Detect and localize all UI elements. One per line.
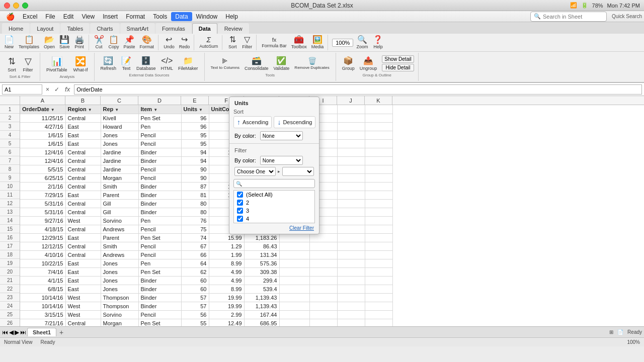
cell-B2[interactable]: Central: [65, 114, 101, 122]
row-header-22[interactable]: 22: [0, 285, 20, 293]
cell-A15[interactable]: 4/18/15: [20, 225, 65, 233]
cell-E5[interactable]: 95: [181, 139, 209, 148]
cell-C20[interactable]: Jones: [101, 267, 138, 276]
cell-J9[interactable]: [337, 173, 365, 182]
cell-B14[interactable]: West: [65, 216, 101, 225]
media-button[interactable]: 🖼️Media: [309, 35, 326, 50]
row-header-23[interactable]: 23: [0, 293, 20, 302]
pivottable-button[interactable]: 📊 PivotTable: [44, 55, 69, 73]
cell-G16[interactable]: 1,183.26: [244, 233, 279, 242]
show-detail-button[interactable]: Show Detail: [382, 55, 414, 63]
cell-H16[interactable]: [279, 233, 309, 242]
filter-by-color-select[interactable]: None: [260, 156, 303, 165]
row-header-20[interactable]: 20: [0, 267, 20, 276]
cell-C10[interactable]: Smith: [101, 182, 138, 191]
cell-E23[interactable]: 57: [181, 293, 209, 302]
cell-B5[interactable]: East: [65, 139, 101, 148]
cell-A20[interactable]: 7/4/16: [20, 267, 65, 276]
tab-layout[interactable]: Layout: [30, 23, 60, 34]
cell-E13[interactable]: 80: [181, 208, 209, 216]
save-button[interactable]: 💾Save: [57, 35, 72, 50]
menu-help[interactable]: Help: [221, 12, 242, 21]
filter-search-input[interactable]: [242, 181, 312, 187]
close-button[interactable]: [4, 3, 10, 9]
html-button[interactable]: </>HTML: [159, 55, 176, 72]
row-header-5[interactable]: 5: [0, 139, 20, 148]
paste-button[interactable]: 📌Paste: [122, 35, 137, 50]
cell-A23[interactable]: 10/14/16: [20, 293, 65, 302]
cell-H26[interactable]: [279, 319, 309, 326]
cell-J20[interactable]: [337, 267, 365, 276]
cell-J1[interactable]: [337, 105, 365, 114]
cell-K20[interactable]: [365, 267, 392, 276]
cell-A22[interactable]: 6/8/15: [20, 285, 65, 293]
cell-D2[interactable]: Pen Set: [138, 114, 181, 122]
remove-duplicates-button[interactable]: 🗑️Remove Duplicates: [292, 56, 331, 71]
cell-A10[interactable]: 2/1/16: [20, 182, 65, 191]
cell-K3[interactable]: [365, 122, 392, 131]
filter-item-3[interactable]: 3: [234, 207, 314, 215]
cell-B3[interactable]: East: [65, 122, 101, 131]
cell-A1[interactable]: OrderDate ▼: [20, 105, 65, 114]
menu-data[interactable]: Data: [171, 12, 192, 21]
cell-C15[interactable]: Andrews: [101, 225, 138, 233]
cell-K18[interactable]: [365, 250, 392, 259]
cell-I26[interactable]: [309, 319, 337, 326]
cell-D22[interactable]: Binder: [138, 285, 181, 293]
cell-A4[interactable]: 1/6/15: [20, 131, 65, 139]
cell-H23[interactable]: [279, 293, 309, 302]
cell-B18[interactable]: Central: [65, 250, 101, 259]
menu-format[interactable]: Format: [122, 12, 149, 21]
cell-A13[interactable]: 5/31/16: [20, 208, 65, 216]
cell-C16[interactable]: Parent: [101, 233, 138, 242]
cell-B8[interactable]: Central: [65, 165, 101, 173]
row-header-8[interactable]: 8: [0, 165, 20, 173]
cell-H17[interactable]: [279, 242, 309, 250]
cell-I21[interactable]: [309, 276, 337, 285]
cell-E24[interactable]: 57: [181, 302, 209, 310]
cell-H25[interactable]: [279, 310, 309, 319]
cell-K7[interactable]: [365, 156, 392, 165]
tab-review[interactable]: Review: [218, 23, 249, 34]
col-header-c[interactable]: C: [101, 96, 138, 105]
cell-E14[interactable]: 76: [181, 216, 209, 225]
confirm-formula-btn[interactable]: ✓: [53, 86, 61, 93]
cell-K26[interactable]: [365, 319, 392, 326]
refresh-button[interactable]: 🔄Refresh: [99, 55, 119, 72]
cell-A18[interactable]: 4/10/16: [20, 250, 65, 259]
cell-H18[interactable]: [279, 250, 309, 259]
cell-A25[interactable]: 3/15/15: [20, 310, 65, 319]
cell-K10[interactable]: [365, 182, 392, 191]
cell-E2[interactable]: 96: [181, 114, 209, 122]
cell-E16[interactable]: 74: [181, 233, 209, 242]
cell-G22[interactable]: 539.4: [244, 285, 279, 293]
cell-B22[interactable]: East: [65, 285, 101, 293]
cell-F22[interactable]: 8.99: [209, 285, 244, 293]
cell-J7[interactable]: [337, 156, 365, 165]
row-header-25[interactable]: 25: [0, 310, 20, 319]
menu-window[interactable]: Window: [192, 12, 222, 21]
cell-E26[interactable]: 55: [181, 319, 209, 326]
toolbox-button[interactable]: 🧰Toolbox: [289, 35, 309, 50]
cell-J3[interactable]: [337, 122, 365, 131]
cell-B9[interactable]: Central: [65, 173, 101, 182]
cell-E1[interactable]: Units ▼: [181, 105, 209, 114]
cell-A21[interactable]: 4/1/15: [20, 276, 65, 285]
cell-K16[interactable]: [365, 233, 392, 242]
cell-C12[interactable]: Gill: [101, 199, 138, 208]
cell-D24[interactable]: Binder: [138, 302, 181, 310]
cell-F16[interactable]: 15.99: [209, 233, 244, 242]
cell-J22[interactable]: [337, 285, 365, 293]
redo-button[interactable]: ↪Redo: [177, 35, 192, 50]
cell-D17[interactable]: Pencil: [138, 242, 181, 250]
cell-A26[interactable]: 7/21/16: [20, 319, 65, 326]
cell-I18[interactable]: [309, 250, 337, 259]
col-header-e[interactable]: E: [181, 96, 209, 105]
cell-C11[interactable]: Parent: [101, 191, 138, 199]
row-header-10[interactable]: 10: [0, 182, 20, 191]
cell-C9[interactable]: Morgan: [101, 173, 138, 182]
cell-E10[interactable]: 87: [181, 182, 209, 191]
cell-B19[interactable]: East: [65, 259, 101, 267]
cell-J17[interactable]: [337, 242, 365, 250]
tab-smartart[interactable]: SmartArt: [120, 23, 155, 34]
